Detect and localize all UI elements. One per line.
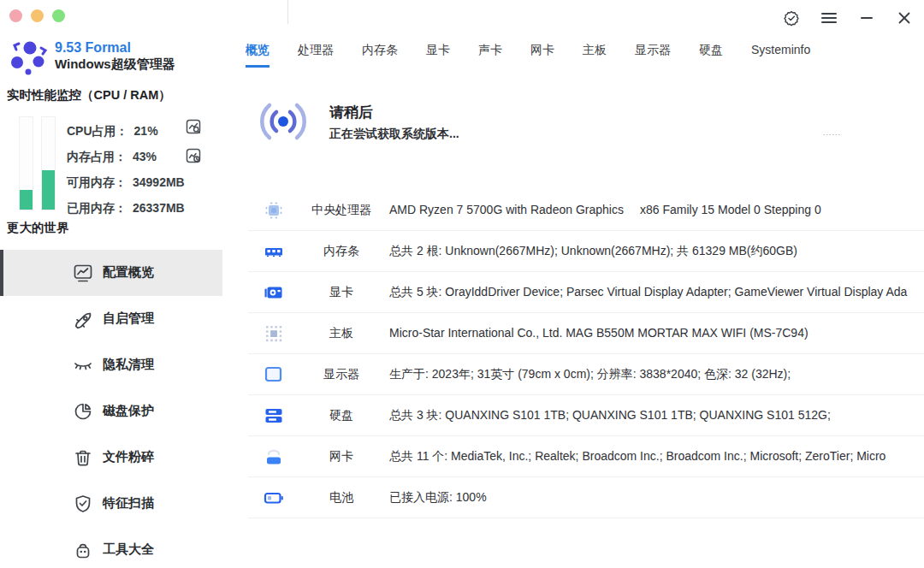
motherboard-grid-icon: [264, 323, 284, 344]
monitor-screen-icon: [264, 364, 284, 385]
table-row-network: 网卡 总共 11 个: MediaTek, Inc.; Realtek; Bro…: [248, 436, 924, 477]
cpu-usage-value: 21%: [134, 124, 158, 138]
sidebar-item-file-shredder[interactable]: 文件粉碎: [0, 435, 222, 481]
app-version: 9.53 Formal: [55, 40, 131, 56]
network-card-icon: [264, 447, 284, 467]
rocket-icon: [72, 308, 94, 330]
cpu-chart-zoom-icon[interactable]: [185, 118, 202, 135]
loading-dots: ......: [823, 128, 841, 137]
table-row-display: 显示器 生产于: 2023年; 31英寸 (79cm x 0cm); 分辨率: …: [248, 354, 924, 395]
table-row-gpu: 显卡 总共 5 块: OrayIddDriver Device; Parsec …: [248, 272, 924, 313]
ram-stick-icon: [264, 241, 284, 262]
row-label: 电池: [291, 490, 392, 506]
hardware-info-table: 中央处理器 AMD Ryzen 7 5700G with Radeon Grap…: [248, 190, 924, 518]
selected-indicator-bar: [0, 250, 3, 296]
performance-stats: CPU占用：21% 内存占用：43% 可用内存：34992MB 已用内存：263…: [67, 118, 185, 221]
tab-processor[interactable]: 处理器: [298, 43, 334, 65]
row-extra-value: x86 Family 15 Model 0 Stepping 0: [640, 203, 821, 216]
sidebar-item-privacy-clean[interactable]: 隐私清理: [0, 342, 222, 388]
category-tabs: 概览 处理器 内存条 显卡 声卡 网卡 主板 显示器 硬盘 Systeminfo: [246, 43, 810, 68]
row-value: Micro-Star International Co., Ltd. MAG B…: [389, 326, 808, 340]
tab-display[interactable]: 显示器: [635, 43, 671, 65]
row-label: 硬盘: [291, 408, 392, 423]
top-divider: [287, 0, 288, 24]
bag-icon: [72, 539, 94, 561]
ram-usage-bar: [41, 116, 56, 210]
shield-check-icon: [72, 493, 94, 515]
ram-chart-history-icon[interactable]: [185, 147, 202, 164]
app-logo: [9, 38, 50, 79]
traffic-light-green[interactable]: [52, 9, 65, 22]
sidebar-item-signature-scan[interactable]: 特征扫描: [0, 481, 222, 527]
traffic-light-yellow[interactable]: [31, 9, 44, 22]
table-row-disk: 硬盘 总共 3 块: QUANXING S101 1TB; QUANXING S…: [248, 395, 924, 436]
sidebar-section-title: 更大的世界: [7, 220, 69, 236]
trash-icon: [72, 447, 94, 469]
sidebar: 9.53 Formal Windows超级管理器 实时性能监控（CPU / RA…: [0, 0, 222, 568]
tab-motherboard[interactable]: 主板: [583, 43, 607, 65]
sidebar-item-startup-manager[interactable]: 自启管理: [0, 296, 222, 342]
cpu-usage-bar-fill: [20, 190, 33, 210]
sidebar-item-label: 特征扫描: [103, 495, 154, 512]
sidebar-item-toolbox[interactable]: 工具大全: [0, 527, 222, 568]
row-label: 网卡: [291, 449, 392, 464]
battery-icon: [264, 488, 284, 508]
tab-gpu[interactable]: 显卡: [426, 43, 450, 65]
app-name: Windows超级管理器: [55, 56, 175, 73]
row-value: 已接入电源: 100%: [389, 490, 487, 506]
sidebar-item-label: 工具大全: [103, 541, 154, 558]
sidebar-item-label: 磁盘保护: [103, 403, 154, 419]
free-ram-stat: 可用内存：34992MB: [67, 169, 185, 195]
sidebar-item-label: 自启管理: [103, 311, 154, 327]
table-row-motherboard: 主板 Micro-Star International Co., Ltd. MA…: [248, 313, 924, 354]
window-controls: [782, 9, 914, 27]
row-label: 主板: [291, 326, 392, 341]
table-row-ram: 内存条 总共 2 根: Unknown(2667MHz); Unknown(26…: [248, 231, 924, 272]
tab-memory[interactable]: 内存条: [362, 43, 398, 65]
stat-action-icons: [185, 118, 202, 164]
used-ram-label: 已用内存：: [67, 201, 127, 215]
hamburger-menu-icon[interactable]: [820, 9, 838, 27]
row-label: 显示器: [291, 367, 392, 382]
cpu-usage-stat: CPU占用：21%: [67, 118, 185, 144]
used-ram-stat: 已用内存：26337MB: [67, 195, 185, 221]
seal-check-icon[interactable]: [782, 9, 801, 27]
row-value: 生产于: 2023年; 31英寸 (79cm x 0cm); 分辨率: 3838…: [389, 367, 791, 382]
closed-eye-icon: [72, 354, 94, 376]
minimize-icon[interactable]: [857, 9, 876, 27]
row-value: AMD Ryzen 7 5700G with Radeon Graphics: [389, 203, 624, 216]
cpu-usage-bar: [19, 116, 33, 210]
row-value: 总共 2 根: Unknown(2667MHz); Unknown(2667MH…: [389, 244, 797, 259]
row-label: 内存条: [291, 244, 392, 259]
tab-systeminfo[interactable]: Systeminfo: [751, 43, 810, 63]
tab-disk[interactable]: 硬盘: [699, 43, 723, 65]
pie-chart-icon: [72, 400, 94, 423]
sidebar-item-config-overview[interactable]: 配置概览: [0, 250, 222, 296]
row-label: 中央处理器: [291, 203, 392, 218]
tab-overview[interactable]: 概览: [246, 43, 270, 68]
tab-soundcard[interactable]: 声卡: [478, 43, 502, 65]
chart-monitor-icon: [72, 262, 94, 284]
row-value: 总共 5 块: OrayIddDriver Device; Parsec Vir…: [389, 285, 907, 300]
ram-usage-stat: 内存占用：43%: [67, 144, 185, 169]
cpu-usage-label: CPU占用：: [67, 124, 128, 138]
sidebar-item-label: 隐私清理: [103, 357, 154, 373]
hard-disk-icon: [264, 405, 284, 426]
gpu-card-icon: [264, 282, 284, 303]
close-icon[interactable]: [895, 9, 914, 27]
sidebar-item-disk-protect[interactable]: 磁盘保护: [0, 388, 222, 435]
cpu-chip-icon: [264, 200, 284, 221]
free-ram-value: 34992MB: [133, 175, 185, 189]
tab-network[interactable]: 网卡: [530, 43, 554, 65]
row-value: 总共 3 块: QUANXING S101 1TB; QUANXING S101…: [389, 408, 831, 423]
table-row-battery: 电池 已接入电源: 100%: [248, 477, 924, 518]
loading-title: 请稍后: [329, 103, 373, 122]
loading-subtitle: 正在尝试获取系统版本...: [329, 127, 459, 142]
sidebar-item-label: 文件粉碎: [103, 449, 154, 465]
traffic-light-red[interactable]: [9, 9, 22, 22]
row-value: 总共 11 个: MediaTek, Inc.; Realtek; Broadc…: [389, 449, 886, 464]
table-row-cpu: 中央处理器 AMD Ryzen 7 5700G with Radeon Grap…: [248, 190, 924, 231]
sidebar-item-label: 配置概览: [103, 264, 154, 281]
row-label: 显卡: [291, 285, 392, 300]
ram-usage-value: 43%: [133, 150, 157, 163]
